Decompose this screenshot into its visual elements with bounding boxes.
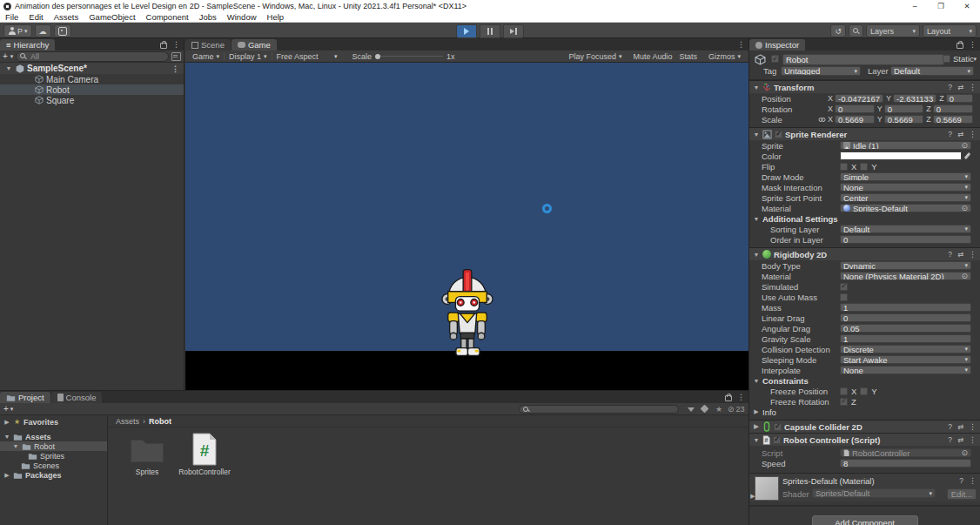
object-picker-icon[interactable]: ⊙ (961, 204, 968, 212)
game-viewport[interactable] (185, 63, 748, 390)
draw-mode-dropdown[interactable]: Simple▾ (840, 172, 971, 181)
gameobject-cube-icon[interactable] (755, 54, 766, 65)
add-gameobject-button[interactable]: + (3, 51, 8, 61)
kebab-menu-icon[interactable]: ⋮ (969, 83, 977, 91)
simulated-checkbox[interactable]: ✓ (840, 283, 848, 291)
rotation-z-field[interactable]: 0 (933, 104, 973, 113)
preset-icon[interactable]: ⇄ (957, 435, 963, 444)
shader-dropdown[interactable]: Sprites/Default▾ (812, 488, 936, 498)
additional-settings-row[interactable]: ▼Additional Settings (749, 213, 980, 224)
play-button[interactable] (456, 24, 477, 38)
hierarchy-scene-row[interactable]: ▼ SampleScene* ⋮ (0, 63, 184, 74)
transform-header[interactable]: ▼ Transform ? ⇄ ⋮ (749, 80, 980, 93)
angular-drag-field[interactable]: 0.05 (840, 324, 971, 333)
scale-slider-track[interactable] (375, 56, 443, 57)
help-icon[interactable]: ? (948, 422, 952, 431)
menu-gameobject[interactable]: GameObject (84, 12, 140, 22)
layer-dropdown[interactable]: Default▾ (890, 66, 974, 76)
asset-robotcontroller-script[interactable]: # RobotController (177, 431, 232, 476)
object-picker-icon[interactable]: ⊙ (961, 448, 968, 457)
foldout-open-icon[interactable]: ▼ (753, 437, 760, 443)
position-z-field[interactable]: 0 (946, 94, 973, 103)
layout-dropdown[interactable]: Layout ▾ (923, 24, 977, 37)
preset-icon[interactable]: ⇄ (957, 83, 963, 91)
hierarchy-search[interactable] (16, 51, 169, 62)
help-icon[interactable]: ? (948, 250, 952, 259)
menu-jobs[interactable]: Jobs (194, 12, 222, 22)
project-search[interactable] (519, 405, 679, 414)
interpolate-dropdown[interactable]: None▾ (840, 366, 971, 374)
tab-game[interactable]: Game (232, 39, 277, 50)
auto-mass-checkbox[interactable] (840, 293, 848, 301)
favorite-search-icon[interactable]: ★ (715, 405, 722, 414)
kebab-menu-icon[interactable]: ⋮ (969, 40, 977, 49)
material-object-field[interactable]: Sprites-Default ⊙ (840, 204, 971, 212)
foldout-closed-icon[interactable]: ▶ (3, 472, 10, 479)
tree-assets[interactable]: ▼ Assets (0, 432, 107, 441)
linear-drag-field[interactable]: 0 (840, 313, 971, 322)
tab-console[interactable]: Console (51, 392, 103, 403)
info-row[interactable]: ▶Info (749, 407, 980, 417)
asset-sprites-folder[interactable]: Sprites (119, 431, 175, 476)
scale-slider-knob[interactable] (375, 54, 380, 59)
sprite-object-field[interactable]: Idle (1) ⊙ (840, 141, 971, 150)
mass-field[interactable]: 1 (840, 303, 971, 312)
hierarchy-item-square[interactable]: Square (0, 95, 184, 105)
tag-dropdown[interactable]: Untagged▾ (781, 66, 861, 76)
display-dropdown[interactable]: Display 1 ▾ (225, 52, 272, 61)
tab-project[interactable]: Project (0, 392, 50, 403)
help-icon[interactable]: ? (959, 476, 963, 485)
kebab-menu-icon[interactable]: ⋮ (737, 40, 745, 49)
foldout-open-icon[interactable]: ▼ (753, 216, 760, 222)
gameobject-name-field[interactable]: Robot (782, 54, 944, 65)
sorting-layer-dropdown[interactable]: Default▾ (840, 225, 971, 233)
hierarchy-item-robot[interactable]: Robot (0, 84, 184, 95)
kebab-menu-icon[interactable]: ⋮ (969, 422, 977, 431)
preset-icon[interactable]: ⇄ (957, 422, 963, 431)
component-enabled-checkbox[interactable]: ✓ (774, 423, 782, 431)
rotation-y-field[interactable]: 0 (884, 104, 924, 113)
play-focused-dropdown[interactable]: Play Focused ▾ (564, 52, 626, 61)
active-checkbox[interactable]: ✓ (771, 55, 779, 63)
plastic-scm-button[interactable] (54, 24, 71, 37)
body-type-dropdown[interactable]: Dynamic▾ (840, 261, 971, 270)
help-icon[interactable]: ? (948, 83, 952, 91)
tab-hierarchy[interactable]: ≡ Hierarchy (0, 39, 55, 50)
scale-x-field[interactable]: 0.5669 (835, 115, 875, 124)
pause-button[interactable] (480, 24, 500, 38)
gizmos-dropdown[interactable]: Gizmos ▾ (704, 52, 745, 61)
tree-robot[interactable]: ▼ Robot (0, 441, 107, 451)
scale-y-field[interactable]: 0.5669 (884, 115, 924, 124)
tab-scene[interactable]: Scene (185, 39, 231, 50)
help-icon[interactable]: ? (948, 435, 952, 444)
rotation-x-field[interactable]: 0 (835, 104, 875, 113)
hierarchy-item-main-camera[interactable]: Main Camera (0, 74, 184, 84)
foldout-open-icon[interactable]: ▼ (3, 434, 10, 440)
material-preview[interactable] (755, 476, 779, 501)
kebab-menu-icon[interactable]: ⋮ (737, 393, 745, 401)
preset-icon[interactable]: ⇄ (957, 250, 963, 259)
tree-favorites[interactable]: ▶ ★ Favorites (0, 417, 107, 427)
breadcrumb-assets[interactable]: Assets (116, 417, 139, 426)
kebab-menu-icon[interactable]: ⋮ (969, 250, 977, 259)
component-enabled-checkbox[interactable]: ✓ (773, 436, 781, 444)
sprite-renderer-header[interactable]: ▼ ✓ Sprite Renderer ? ⇄ ⋮ (749, 127, 980, 140)
game-menu-dropdown[interactable]: Game ▾ (188, 52, 224, 61)
menu-file[interactable]: File (0, 12, 23, 22)
menu-assets[interactable]: Assets (49, 12, 84, 22)
foldout-closed-icon[interactable]: ▶ (749, 493, 756, 500)
flip-x-checkbox[interactable] (840, 163, 848, 171)
foldout-open-icon[interactable]: ▼ (753, 252, 760, 258)
mute-audio-toggle[interactable]: Mute Audio (633, 52, 672, 61)
freeze-y-checkbox[interactable] (860, 387, 868, 395)
lock-icon[interactable] (160, 43, 167, 49)
position-y-field[interactable]: -2.631133 (893, 94, 936, 103)
step-button[interactable] (503, 24, 524, 38)
tree-scenes[interactable]: Scenes (0, 461, 107, 470)
order-in-layer-field[interactable]: 0 (840, 235, 971, 244)
foldout-open-icon[interactable]: ▼ (753, 84, 760, 91)
position-x-field[interactable]: -0.0472167 (835, 94, 883, 103)
rigidbody-header[interactable]: ▼ Rigidbody 2D ? ⇄ ⋮ (749, 247, 980, 260)
eyedropper-icon[interactable] (964, 151, 971, 160)
physics-material-field[interactable]: None (Physics Material 2D)⊙ (840, 272, 971, 280)
